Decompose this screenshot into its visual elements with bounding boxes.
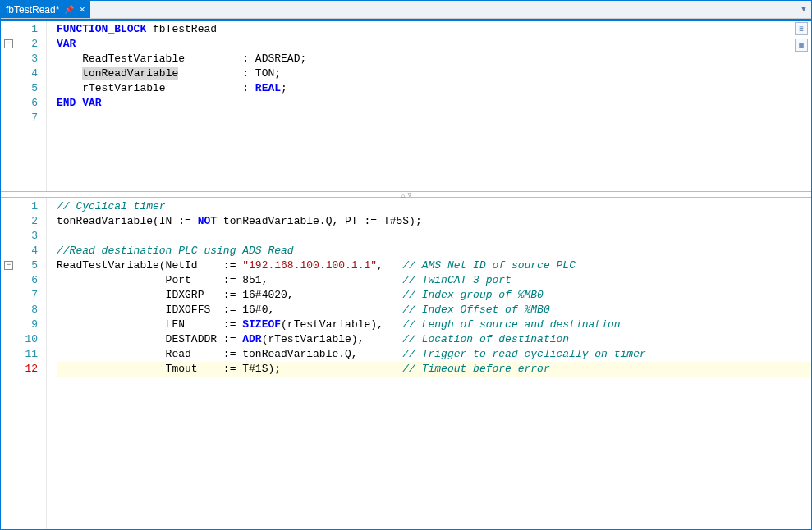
- line-number: 2: [1, 214, 38, 229]
- tab-fbtestread[interactable]: fbTestRead* 📌 ✕: [1, 1, 90, 18]
- code-line[interactable]: Read := tonReadVariable.Q, // Trigger to…: [57, 347, 811, 362]
- line-number: 11: [1, 347, 38, 362]
- code-line[interactable]: rTestVariable : REAL;: [57, 81, 811, 96]
- line-number: 3: [1, 52, 38, 66]
- code-editor-top[interactable]: FUNCTION_BLOCK fbTestReadVAR ReadTestVar…: [47, 21, 811, 191]
- line-gutter-bottom[interactable]: 12345−6789101112: [1, 198, 47, 529]
- fold-toggle-icon[interactable]: −: [4, 39, 13, 48]
- line-number: 12: [1, 362, 38, 377]
- code-line[interactable]: ReadTestVariable(NetId := "192.168.100.1…: [57, 258, 811, 273]
- tab-bar: fbTestRead* 📌 ✕ ▼: [1, 1, 811, 19]
- line-number: 8: [1, 303, 38, 318]
- code-area-top: 12−34567 FUNCTION_BLOCK fbTestReadVAR Re…: [1, 19, 811, 191]
- line-number: 4: [1, 244, 38, 258]
- pin-icon[interactable]: 📌: [64, 5, 74, 14]
- tab-title: fbTestRead*: [6, 4, 59, 16]
- code-line[interactable]: [57, 229, 811, 244]
- close-icon[interactable]: ✕: [79, 5, 85, 14]
- code-line[interactable]: tonReadVariable : TON;: [57, 66, 811, 81]
- line-number: 6: [1, 96, 38, 111]
- line-number: 6: [1, 273, 38, 288]
- code-line[interactable]: Port := 851, // TwinCAT 3 port: [57, 273, 811, 288]
- code-line[interactable]: ReadTestVariable : ADSREAD;: [57, 52, 811, 66]
- editor-wrap: 12−34567 FUNCTION_BLOCK fbTestReadVAR Re…: [1, 19, 811, 529]
- line-number: 1: [1, 199, 38, 214]
- line-number: 4: [1, 66, 38, 81]
- fold-toggle-icon[interactable]: −: [4, 261, 13, 270]
- line-number: 7: [1, 111, 38, 126]
- line-number: 5−: [1, 258, 38, 273]
- code-line[interactable]: END_VAR: [57, 96, 811, 111]
- declaration-pane: 12−34567 FUNCTION_BLOCK fbTestReadVAR Re…: [1, 19, 811, 191]
- code-line[interactable]: tonReadVariable(IN := NOT tonReadVariabl…: [57, 214, 811, 229]
- line-number: 3: [1, 229, 38, 244]
- pane-splitter[interactable]: △ ▽: [1, 191, 811, 198]
- chevron-down-icon: ▼: [801, 6, 805, 14]
- code-line[interactable]: IDXGRP := 16#4020, // Index group of %MB…: [57, 288, 811, 303]
- implementation-pane: 12345−6789101112 // Cyclical timertonRea…: [1, 198, 811, 529]
- code-line[interactable]: FUNCTION_BLOCK fbTestRead: [57, 22, 811, 37]
- code-line[interactable]: Tmout := T#1S); // Timeout before error: [57, 362, 811, 377]
- line-number: 1: [1, 22, 38, 37]
- line-number: 5: [1, 81, 38, 96]
- code-line[interactable]: //Read destination PLC using ADS Read: [57, 244, 811, 258]
- view-mode-icons: ≣▦: [795, 22, 808, 52]
- view-mode-text-icon[interactable]: ≣: [795, 22, 808, 35]
- code-line[interactable]: // Cyclical timer: [57, 199, 811, 214]
- code-editor-bottom[interactable]: // Cyclical timertonReadVariable(IN := N…: [47, 198, 811, 529]
- code-line[interactable]: LEN := SIZEOF(rTestVariable), // Lengh o…: [57, 318, 811, 332]
- code-line[interactable]: [57, 111, 811, 126]
- line-number: 9: [1, 318, 38, 332]
- code-line[interactable]: IDXOFFS := 16#0, // Index Offset of %MB0: [57, 303, 811, 318]
- line-number: 10: [1, 332, 38, 347]
- tab-overflow-dropdown[interactable]: ▼: [796, 1, 811, 18]
- line-number: 7: [1, 288, 38, 303]
- line-gutter-top[interactable]: 12−34567: [1, 21, 47, 191]
- view-mode-table-icon[interactable]: ▦: [795, 39, 808, 52]
- code-area-bottom: 12345−6789101112 // Cyclical timertonRea…: [1, 198, 811, 529]
- line-number: 2−: [1, 37, 38, 52]
- code-line[interactable]: DESTADDR := ADR(rTestVariable), // Locat…: [57, 332, 811, 347]
- code-line[interactable]: VAR: [57, 37, 811, 52]
